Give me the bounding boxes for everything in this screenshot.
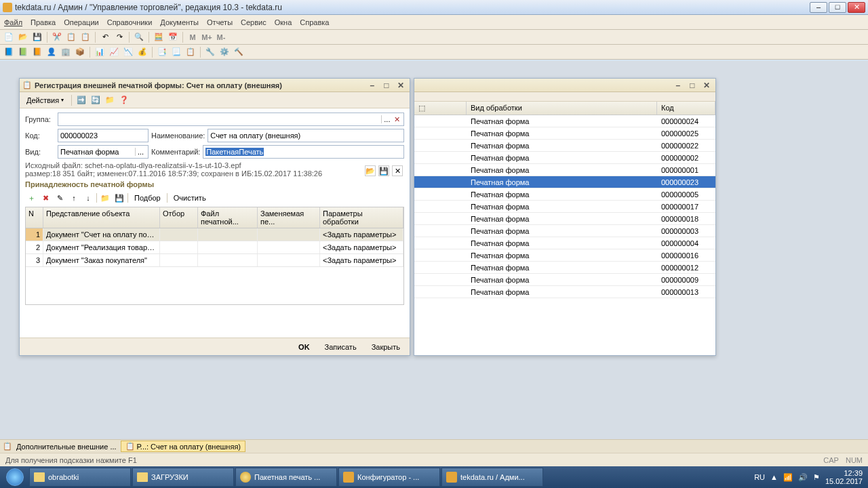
pick-button[interactable]: Подбор <box>130 192 165 203</box>
m-plus-icon[interactable]: M+ <box>201 31 213 43</box>
taskbar-item-3[interactable]: Пакетная печать ... <box>235 468 337 487</box>
toolbar-go-icon[interactable]: ➡️ <box>75 94 87 106</box>
dialog-maximize[interactable]: □ <box>380 81 393 90</box>
field-type[interactable]: ... <box>58 145 149 159</box>
m-icon[interactable]: M <box>186 31 199 43</box>
tb2-10[interactable]: 💰 <box>136 46 149 58</box>
menu-windows[interactable]: Окна <box>275 18 292 26</box>
menu-file[interactable]: Файл <box>4 18 22 26</box>
tb2-5[interactable]: 🏢 <box>60 46 72 58</box>
field-group[interactable]: ... ✕ <box>58 113 404 126</box>
list-row[interactable]: Печатная форма000000012 <box>414 262 715 274</box>
taskbar-item-4[interactable]: Конфигуратор - ... <box>338 468 440 487</box>
maximize-button[interactable]: □ <box>829 2 846 13</box>
field-comment[interactable]: ПакетнаяПечать <box>203 145 404 159</box>
list-row[interactable]: Печатная форма000000009 <box>414 274 715 286</box>
edit-icon[interactable]: ✎ <box>54 192 66 204</box>
dialog-close[interactable]: ✕ <box>395 81 407 90</box>
close-button[interactable]: ✕ <box>848 2 865 13</box>
tb2-4[interactable]: 👤 <box>45 46 58 58</box>
gh-otbor[interactable]: Отбор <box>160 207 198 228</box>
file-save-icon[interactable]: 💾 <box>378 165 389 176</box>
gh-repl[interactable]: Заменяемая пе... <box>258 207 320 228</box>
toolbar-refresh-icon[interactable]: 🔄 <box>90 94 102 106</box>
list-row[interactable]: Печатная форма000000001 <box>414 164 715 176</box>
input-type[interactable] <box>60 148 135 156</box>
gh-file[interactable]: Файл печатной... <box>198 207 258 228</box>
type-picker[interactable]: ... <box>135 148 146 156</box>
paste-icon[interactable]: 📋 <box>79 31 92 43</box>
list-header-type[interactable]: Вид обработки <box>467 102 657 115</box>
tray-network-icon[interactable]: 📶 <box>783 473 793 482</box>
calendar-icon[interactable]: 📅 <box>167 31 179 43</box>
list-close[interactable]: ✕ <box>701 81 713 90</box>
list-maximize[interactable]: □ <box>686 81 698 90</box>
save-icon[interactable]: 💾 <box>31 31 43 43</box>
actions-dropdown[interactable]: Действия <box>22 95 68 106</box>
tb2-3[interactable]: 📙 <box>31 46 43 58</box>
grid-row[interactable]: 3Документ "Заказ покупателя"<Задать пара… <box>26 254 403 267</box>
grid-row[interactable]: 2Документ "Реализация товаров ...<Задать… <box>26 241 403 254</box>
ok-button[interactable]: OK <box>293 342 315 352</box>
docbar-item-1[interactable]: Дополнительные внешние ... <box>16 443 117 451</box>
taskbar-item-2[interactable]: ЗАГРУЗКИ <box>132 468 234 487</box>
redo-icon[interactable]: ↷ <box>113 31 125 43</box>
tb2-12[interactable]: 📃 <box>170 46 182 58</box>
list-row[interactable]: Печатная форма000000016 <box>414 249 715 262</box>
input-group[interactable] <box>60 115 381 123</box>
list-row[interactable]: Печатная форма000000002 <box>414 152 715 164</box>
tray-flag-icon[interactable]: ▲ <box>770 473 778 481</box>
field-code[interactable] <box>58 129 149 142</box>
new-icon[interactable]: 📄 <box>3 31 15 43</box>
tb2-8[interactable]: 📈 <box>108 46 120 58</box>
tray-action-icon[interactable]: ⚑ <box>813 473 820 482</box>
tb2-13[interactable]: 📋 <box>184 46 197 58</box>
menu-service[interactable]: Сервис <box>241 18 267 26</box>
sort-asc-icon[interactable]: ↑ <box>68 192 80 204</box>
tray-sound-icon[interactable]: 🔊 <box>798 473 808 482</box>
input-name[interactable] <box>210 131 401 140</box>
list-body[interactable]: Печатная форма000000024Печатная форма000… <box>414 115 715 341</box>
menu-reports[interactable]: Отчеты <box>207 18 233 26</box>
group-clear[interactable]: ✕ <box>393 115 401 124</box>
taskbar-item-1[interactable]: obrabotki <box>29 468 131 487</box>
dialog-minimize[interactable]: – <box>366 81 378 90</box>
field-name[interactable] <box>208 129 404 142</box>
undo-icon[interactable]: ↶ <box>99 31 111 43</box>
tb2-7[interactable]: 📊 <box>94 46 106 58</box>
list-row[interactable]: Печатная форма000000024 <box>414 115 715 127</box>
menu-refs[interactable]: Справочники <box>107 18 153 26</box>
list-row[interactable]: Печатная форма000000018 <box>414 213 715 225</box>
list-minimize[interactable]: – <box>672 81 684 90</box>
disk-icon[interactable]: 💾 <box>113 192 125 204</box>
list-header-code[interactable]: Код <box>657 102 715 115</box>
file-open-icon[interactable]: 📂 <box>365 165 376 176</box>
toolbar-help-icon[interactable]: ❓ <box>118 94 130 106</box>
list-header-icon[interactable]: ⬚ <box>414 102 467 115</box>
tb2-11[interactable]: 📑 <box>156 46 168 58</box>
open-icon[interactable]: 📂 <box>17 31 29 43</box>
list-row[interactable]: Печатная форма000000023 <box>414 176 715 188</box>
menu-help[interactable]: Справка <box>300 18 329 26</box>
cut-icon[interactable]: ✂️ <box>51 31 63 43</box>
tb2-15[interactable]: ⚙️ <box>218 46 231 58</box>
start-button[interactable] <box>1 467 28 487</box>
list-row[interactable]: Печатная форма000000003 <box>414 225 715 237</box>
tray-lang[interactable]: RU <box>754 473 765 481</box>
clear-button[interactable]: Очистить <box>170 192 210 203</box>
menu-operations[interactable]: Операции <box>64 18 98 26</box>
folder-icon[interactable]: 📁 <box>99 192 111 204</box>
tb2-14[interactable]: 🔧 <box>204 46 216 58</box>
copy-icon[interactable]: 📋 <box>65 31 77 43</box>
tb2-1[interactable]: 📘 <box>3 46 15 58</box>
grid-body[interactable]: 1Документ "Счет на оплату покуп...<Задат… <box>26 228 403 304</box>
list-row[interactable]: Печатная форма000000013 <box>414 286 715 298</box>
tray-clock[interactable]: 12:39 15.02.2017 <box>825 469 863 485</box>
calc-icon[interactable]: 🧮 <box>153 31 165 43</box>
group-picker[interactable]: ... <box>381 115 393 123</box>
tb2-9[interactable]: 📉 <box>122 46 134 58</box>
file-clear-icon[interactable]: ✕ <box>392 165 403 176</box>
menu-docs[interactable]: Документы <box>160 18 199 26</box>
input-code[interactable] <box>60 131 146 140</box>
close-dialog-button[interactable]: Закрыть <box>366 342 406 352</box>
